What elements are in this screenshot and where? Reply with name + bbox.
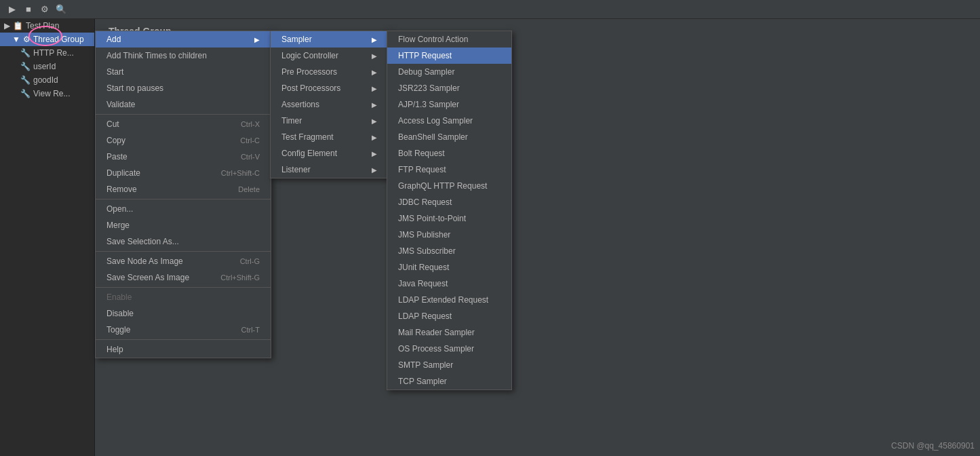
menu-item-add[interactable]: Add ▶ [96, 31, 271, 48]
menu-item-enable: Enable [96, 289, 271, 305]
tree-label-goodid: goodId [33, 75, 58, 85]
menu-item-post-label: Post Processors [281, 83, 340, 93]
tree-icon-test-plan: 📋 [13, 21, 23, 31]
menu-item-jms-pub-label: JMS Publisher [398, 230, 450, 240]
menu-item-config-arrow: ▶ [372, 150, 377, 157]
menu-item-remove[interactable]: Remove Delete [96, 181, 271, 197]
menu-item-validate[interactable]: Validate [96, 96, 271, 113]
toolbar-btn-4[interactable]: 🔍 [54, 2, 68, 17]
menu-item-start-no-pauses[interactable]: Start no pauses [96, 80, 271, 96]
menu-item-listener[interactable]: Listener ▶ [271, 162, 388, 178]
menu-item-jsr223-label: JSR223 Sampler [398, 83, 460, 93]
menu-item-logic-controller[interactable]: Logic Controller ▶ [271, 48, 388, 64]
toolbar-btn-1[interactable]: ▶ [5, 2, 20, 17]
menu-item-java[interactable]: Java Request [387, 276, 511, 292]
menu-item-save-node-label: Save Node As Image [106, 256, 183, 266]
menu-item-copy-label: Copy [106, 136, 125, 145]
menu-item-access-log[interactable]: Access Log Sampler [387, 113, 511, 129]
toolbar-btn-3[interactable]: ⚙ [37, 2, 52, 17]
menu-item-http-request[interactable]: HTTP Request [387, 48, 511, 64]
menu-item-ldap[interactable]: LDAP Request [387, 308, 511, 324]
tree-item-userid[interactable]: 🔧 userId [0, 60, 94, 73]
menu-item-mail-reader[interactable]: Mail Reader Sampler [387, 324, 511, 341]
menu-item-bolt-label: Bolt Request [398, 149, 445, 158]
watermark: CSDN @qq_45860901 [891, 441, 975, 451]
menu-item-merge-label: Merge [106, 221, 130, 230]
tree-item-test-plan[interactable]: ▶ 📋 Test Plan [0, 19, 94, 33]
toolbar-btn-2[interactable]: ■ [21, 2, 36, 17]
menu-item-help[interactable]: Help [96, 341, 271, 358]
menu-item-post-processors[interactable]: Post Processors ▶ [271, 80, 388, 96]
menu-item-debug-sampler[interactable]: Debug Sampler [387, 64, 511, 80]
menu-item-junit[interactable]: JUnit Request [387, 259, 511, 276]
menu-item-os-process[interactable]: OS Process Sampler [387, 341, 511, 357]
menu-item-access-log-label: Access Log Sampler [398, 116, 473, 126]
separator-4 [96, 287, 271, 288]
menu-item-config-element[interactable]: Config Element ▶ [271, 145, 388, 162]
menu-item-cut-shortcut: Ctrl-X [241, 120, 260, 128]
menu-item-duplicate[interactable]: Duplicate Ctrl+Shift-C [96, 165, 271, 181]
menu-item-tcp[interactable]: TCP Sampler [387, 373, 511, 390]
menu-item-junit-label: JUnit Request [398, 263, 449, 272]
menu-item-disable[interactable]: Disable [96, 305, 271, 322]
menu-item-smtp[interactable]: SMTP Sampler [387, 357, 511, 373]
menu-item-save-selection[interactable]: Save Selection As... [96, 233, 271, 250]
context-menu-add: Sampler ▶ Logic Controller ▶ Pre Process… [270, 31, 389, 178]
menu-item-jms-subscriber[interactable]: JMS Subscriber [387, 243, 511, 259]
tree-icon-userid: 🔧 [20, 62, 31, 71]
menu-item-ldap-ext[interactable]: LDAP Extended Request [387, 292, 511, 308]
menu-item-test-fragment[interactable]: Test Fragment ▶ [271, 129, 388, 145]
menu-item-jdbc-label: JDBC Request [398, 197, 452, 207]
menu-item-assertions[interactable]: Assertions ▶ [271, 96, 388, 113]
menu-item-jms-p2p[interactable]: JMS Point-to-Point [387, 210, 511, 227]
menu-item-sampler[interactable]: Sampler ▶ [271, 31, 388, 48]
menu-item-jms-sub-label: JMS Subscriber [398, 246, 456, 256]
menu-item-open[interactable]: Open... [96, 201, 271, 217]
menu-item-jms-publisher[interactable]: JMS Publisher [387, 227, 511, 243]
menu-item-save-screen-image[interactable]: Save Screen As Image Ctrl+Shift-G [96, 269, 271, 286]
menu-item-start[interactable]: Start [96, 64, 271, 80]
menu-item-pre-label: Pre Processors [281, 67, 337, 77]
menu-item-duplicate-shortcut: Ctrl+Shift-C [221, 169, 260, 177]
menu-item-sampler-arrow: ▶ [372, 36, 377, 43]
tree-item-goodid[interactable]: 🔧 goodId [0, 73, 94, 87]
separator-3 [96, 251, 271, 252]
tree-label-view: View Re... [33, 89, 70, 98]
menu-item-duplicate-label: Duplicate [106, 168, 140, 178]
menu-item-ftp[interactable]: FTP Request [387, 162, 511, 178]
tree-item-http-re[interactable]: 🔧 HTTP Re... [0, 46, 94, 60]
tree-icon-thread: ⚙ [23, 35, 31, 44]
menu-item-paste[interactable]: Paste Ctrl-V [96, 149, 271, 165]
menu-item-copy[interactable]: Copy Ctrl-C [96, 132, 271, 149]
tree-item-view-re[interactable]: 🔧 View Re... [0, 87, 94, 100]
menu-item-graphql[interactable]: GraphQL HTTP Request [387, 178, 511, 194]
menu-item-jms-p2p-label: JMS Point-to-Point [398, 214, 466, 223]
menu-item-jdbc[interactable]: JDBC Request [387, 194, 511, 210]
menu-item-timer-arrow: ▶ [372, 117, 377, 125]
tree-icon-http: 🔧 [20, 48, 31, 58]
menu-item-add-think-times[interactable]: Add Think Times to children [96, 48, 271, 64]
menu-item-disable-label: Disable [106, 309, 134, 318]
menu-item-graphql-label: GraphQL HTTP Request [398, 181, 487, 191]
menu-item-timer[interactable]: Timer ▶ [271, 113, 388, 129]
menu-item-flow-control[interactable]: Flow Control Action [387, 31, 511, 48]
menu-item-beanshell[interactable]: BeanShell Sampler [387, 129, 511, 145]
menu-item-cut[interactable]: Cut Ctrl-X [96, 116, 271, 132]
menu-item-assertions-label: Assertions [281, 100, 319, 109]
menu-item-remove-label: Remove [106, 185, 137, 194]
tree-label-test-plan: Test Plan [26, 21, 59, 31]
menu-item-logic-arrow: ▶ [372, 52, 377, 60]
menu-item-save-node-image[interactable]: Save Node As Image Ctrl-G [96, 253, 271, 269]
menu-item-tcp-label: TCP Sampler [398, 377, 447, 386]
menu-item-merge[interactable]: Merge [96, 217, 271, 233]
menu-item-toggle[interactable]: Toggle Ctrl-T [96, 322, 271, 338]
menu-item-pre-processors[interactable]: Pre Processors ▶ [271, 64, 388, 80]
menu-item-help-label: Help [106, 345, 123, 354]
tree-item-thread-group[interactable]: ▼ ⚙ Thread Group [0, 33, 94, 46]
menu-item-jsr223[interactable]: JSR223 Sampler [387, 80, 511, 96]
tree-icon-goodid: 🔧 [20, 75, 31, 85]
menu-item-smtp-label: SMTP Sampler [398, 360, 453, 370]
menu-item-bolt[interactable]: Bolt Request [387, 145, 511, 162]
menu-item-ajp[interactable]: AJP/1.3 Sampler [387, 96, 511, 113]
menu-item-save-screen-shortcut: Ctrl+Shift-G [220, 273, 260, 282]
